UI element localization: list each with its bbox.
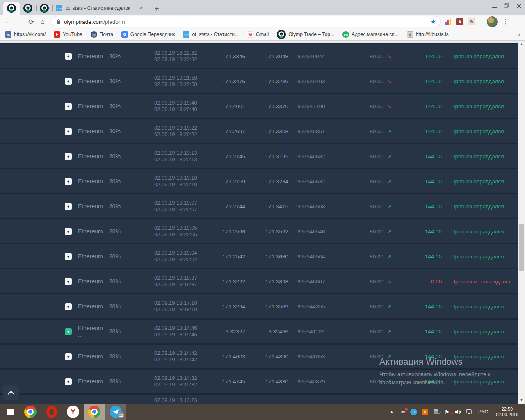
scrollbar-up-button[interactable]: ▲	[518, 41, 525, 48]
browser-menu-button[interactable]: ⋮	[502, 18, 510, 25]
table-row: ♦Ethereum80%02.09.19 13:14:4202.09.19 13…	[0, 345, 518, 368]
start-button[interactable]	[0, 404, 20, 420]
taskbar-opera[interactable]	[41, 404, 62, 420]
bookmark-item[interactable]: http://flibusta.is	[407, 31, 449, 38]
usb-eject-tray-icon[interactable]: ✔	[432, 409, 440, 415]
asset-name: Ethereum	[78, 78, 109, 84]
stats-extension-icon[interactable]	[445, 18, 452, 25]
taskbar-chrome[interactable]	[20, 404, 41, 420]
acrobat-extension-icon[interactable]: A	[456, 18, 463, 25]
taskbar-yandex[interactable]: Y	[62, 404, 84, 420]
deal-payout: 144.00	[395, 329, 442, 335]
ethereum-icon: ♦	[65, 303, 78, 310]
close-price: 171.3569	[245, 304, 288, 310]
deal-payout: 144.00	[395, 228, 442, 235]
back-button[interactable]: ←	[2, 16, 14, 27]
scrollbar-thumb[interactable]	[519, 224, 524, 271]
deal-times: 02.09.19 13:18:3702.09.19 13:19:37	[154, 275, 220, 288]
olymp-icon	[23, 4, 32, 13]
tray-expand-chevron-icon[interactable]: ▲	[388, 410, 395, 414]
close-price: 171.3898	[245, 278, 288, 285]
action-center-flag-icon[interactable]: ⚑×	[443, 409, 451, 415]
restore-icon	[504, 3, 509, 8]
asset-name: Ethereum	[78, 203, 109, 210]
ethereum-icon: ♦	[65, 103, 78, 110]
deal-amount: 80.00	[342, 78, 383, 84]
open-price: 171.3222	[220, 278, 245, 285]
close-button[interactable]	[513, 0, 525, 11]
deal-result: Прогноз оправдался	[442, 153, 517, 160]
java-tray-icon[interactable]: ≈	[421, 409, 429, 415]
mail-agent-tray-icon[interactable]: ✉	[399, 409, 406, 415]
deal-id: 997546568	[288, 203, 342, 210]
screenshot-extension-icon[interactable]	[468, 18, 475, 25]
table-row-partial: 02.09.19 13:13:23	[0, 395, 518, 404]
asset-name: Ethereum	[78, 103, 109, 110]
close-price: 171.3195	[245, 153, 288, 160]
ethereum-icon: ♦	[65, 178, 78, 185]
ethereum-icon: ♦	[65, 353, 78, 360]
pinned-tab-olymptrade[interactable]	[20, 2, 36, 15]
address-bar[interactable]: olymptrade.com/platform ★	[52, 16, 441, 27]
scrollbar-down-button[interactable]: ▼	[518, 397, 525, 404]
tab-close-icon[interactable]: ×	[138, 5, 144, 11]
deal-id: 997546851	[288, 128, 342, 135]
ethereum-icon: ♦	[65, 228, 78, 235]
taskbar-chrome[interactable]	[84, 404, 105, 420]
profile-avatar[interactable]	[487, 16, 498, 27]
down-arrow-icon: ↘	[383, 78, 395, 84]
taskbar-clock[interactable]: 22:59 02.09.2019	[493, 406, 521, 418]
asset-name: Ethereum	[78, 178, 109, 185]
up-arrow-icon: ↗	[383, 253, 395, 260]
forward-button[interactable]: →	[14, 16, 25, 27]
scroll-to-top-button[interactable]	[3, 385, 19, 400]
pinned-tab-olymptrade[interactable]	[36, 2, 52, 15]
bookmark-item[interactable]: GGoogle Переводчик	[121, 31, 175, 38]
open-price: 171.3294	[220, 304, 245, 310]
vertical-scrollbar: ▲ ▼	[518, 41, 525, 404]
deal-id: 997549944	[288, 53, 342, 59]
deal-payout: 144.00	[395, 304, 442, 310]
deal-amount: 80.00	[342, 228, 383, 235]
bookmark-item[interactable]: YouTube	[54, 31, 82, 38]
pinned-tab-olymptrade[interactable]	[3, 2, 20, 15]
up-arrow-icon: ↗	[383, 304, 395, 310]
bookmark-star-icon[interactable]: ★	[431, 18, 436, 25]
payout-percent: 80%	[109, 53, 154, 59]
gmail-icon: M	[247, 31, 253, 38]
bookmark-item[interactable]: MGmail	[247, 31, 269, 38]
page-content: ♦Ethereum80%02.09.19 13:22:3202.09.19 13…	[0, 41, 525, 404]
deal-amount: 80.00	[342, 278, 383, 285]
bookmark-item[interactable]: VKhttps://vk.com/	[5, 31, 46, 38]
home-button[interactable]: ⌂	[37, 16, 48, 27]
up-arrow-icon: ↗	[383, 178, 395, 185]
restore-button[interactable]	[500, 0, 513, 11]
reload-button[interactable]: ⟳	[25, 16, 37, 27]
deal-result: Прогноз оправдался	[442, 103, 517, 110]
telegram-tray-icon[interactable]: 12	[410, 409, 418, 415]
bookmark-item[interactable]: Olymp Trade – Тор...	[277, 30, 334, 39]
bookmark-label: YouTube	[63, 32, 82, 37]
taskbar-telegram[interactable]: 12	[105, 404, 126, 420]
tab-ot-stats[interactable]: ot_statot_stats - Статистика сделок×	[52, 2, 148, 15]
minimize-button[interactable]	[488, 0, 500, 11]
new-tab-button[interactable]: +	[151, 3, 162, 14]
url-text: olymptrade.com/platform	[64, 19, 125, 25]
bookmark-item[interactable]: @Почта	[91, 31, 113, 38]
close-icon	[517, 4, 521, 8]
bookmark-item[interactable]: ot_statot_stats - Статисти...	[183, 31, 239, 38]
language-indicator[interactable]: РУС	[477, 409, 490, 415]
payout-percent: 80%	[109, 303, 154, 310]
network-icon[interactable]	[466, 409, 473, 415]
asset-name: Ethereum	[78, 228, 109, 235]
bookmark-item[interactable]: SWАдрес магазина сп...	[342, 31, 399, 38]
bookmarks-overflow-button[interactable]: »	[517, 31, 520, 38]
deal-result: Прогноз оправдался	[442, 353, 517, 360]
payout-percent: 80%	[109, 378, 154, 385]
browser-toolbar: ← → ⟳ ⌂ olymptrade.com/platform ★ A ⋮	[0, 15, 525, 29]
sw-icon: SW	[342, 31, 349, 38]
deal-result: Прогноз оправдался	[442, 303, 517, 310]
open-price: 171.3346	[220, 53, 245, 59]
volume-icon[interactable]	[454, 409, 462, 415]
toolbar-divider	[481, 18, 481, 25]
